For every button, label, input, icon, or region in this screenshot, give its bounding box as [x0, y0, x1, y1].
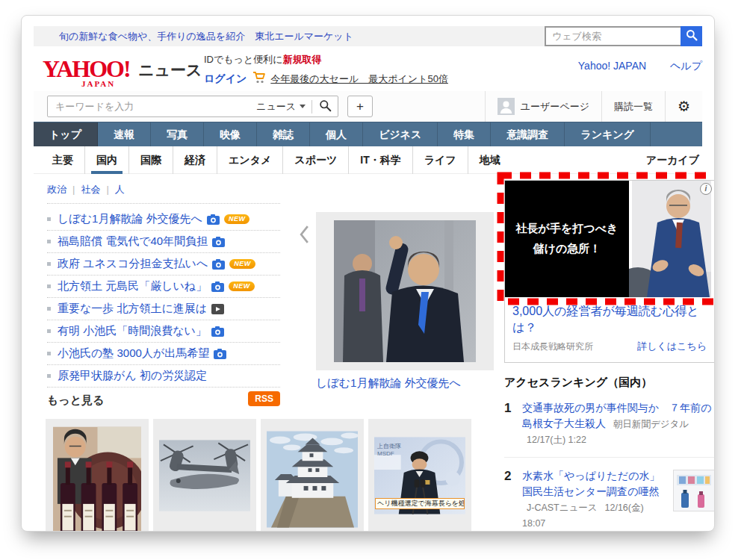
ad-headline[interactable]: 3,000人の経営者が毎週読む心得とは？	[512, 303, 707, 335]
category-people[interactable]: 人	[115, 184, 125, 195]
main-photo[interactable]	[316, 212, 494, 370]
subnav-major[interactable]: 主要	[41, 146, 84, 174]
subnav-entertainment[interactable]: エンタメ	[217, 146, 282, 174]
access-ranking-title: アクセスランキング（国内）	[504, 376, 715, 390]
rank-number: 1	[504, 401, 511, 416]
news-link[interactable]: 小池氏の塾 3000人が出馬希望	[58, 346, 209, 361]
tab-business[interactable]: ビジネス	[363, 122, 438, 146]
browser-page: 旬の新鮮な食べ物や、手作りの逸品を紹介 東北エールマーケット YAHOO! JA…	[21, 15, 715, 532]
tab-survey[interactable]: 意識調査	[491, 122, 565, 146]
subnav-it-science[interactable]: IT・科学	[348, 146, 412, 174]
promo-link[interactable]: 旬の新鮮な食べ物や、手作りの逸品を紹介 東北エールマーケット	[59, 26, 353, 46]
photo-watermark: 上自衛隊 MSDF	[377, 443, 401, 458]
camera-icon	[211, 326, 224, 337]
camera-icon	[207, 214, 220, 225]
bullet-icon	[47, 329, 51, 333]
category-society[interactable]: 社会	[81, 184, 100, 195]
ad-cta-link[interactable]: 詳しくはこちら	[637, 340, 707, 353]
subnav-world[interactable]: 国際	[128, 146, 173, 174]
camera-icon	[212, 259, 225, 270]
web-search-input[interactable]	[545, 26, 681, 46]
news-link[interactable]: 重要な一歩 北方領土に進展は	[58, 302, 207, 316]
video-icon	[211, 304, 224, 314]
info-icon[interactable]: i	[700, 183, 712, 195]
search-icon	[686, 29, 698, 43]
subnav-domestic[interactable]: 国内	[84, 146, 128, 174]
tab-feature[interactable]: 特集	[438, 122, 491, 146]
news-link[interactable]: 原発甲状腺がん 初の労災認定	[58, 369, 207, 383]
ad-creative-photo	[629, 181, 714, 297]
ranking-link[interactable]: 水素水「やっぱりただの水」 国民生活センター調査の唖然	[522, 470, 670, 497]
news-link[interactable]: 北方領土 元島民「厳しいね」	[58, 279, 207, 293]
yahoo-logo-japan: JAPAN	[81, 79, 115, 88]
category-politics[interactable]: 政治	[47, 184, 66, 195]
tab-individual[interactable]: 個人	[310, 122, 363, 146]
web-search-button[interactable]	[681, 26, 702, 46]
settings-button[interactable]: ⚙	[665, 91, 702, 122]
new-badge: NEW	[229, 281, 255, 292]
subnav-region[interactable]: 地域	[468, 146, 512, 174]
news-search-toolbar: ニュース + ユーザーページ 購読一覧 ⚙	[34, 91, 702, 122]
chevron-left-icon[interactable]	[300, 225, 309, 247]
archive-link[interactable]: アーカイブ	[646, 146, 699, 174]
strip-photo-castle[interactable]	[261, 419, 364, 532]
scope-dropdown[interactable]: ニュース	[250, 100, 311, 113]
tab-photo[interactable]: 写真	[151, 122, 204, 146]
subscription-list-button[interactable]: 購読一覧	[601, 91, 665, 122]
ranking-item: 2 水素水「やっぱりただの水」 国民生活センター調査の唖然 J-CASTニュース…	[504, 468, 715, 532]
subscription-list-label: 購読一覧	[614, 100, 653, 113]
sale-link[interactable]: 今年最後の大セール 最大ポイント50倍	[270, 72, 448, 86]
tab-magazine[interactable]: 雑誌	[257, 122, 310, 146]
bullet-icon	[47, 352, 51, 355]
more-row: もっと見る RSS	[47, 389, 280, 411]
login-link[interactable]: ログイン	[204, 72, 247, 86]
user-controls: ユーザーページ 購読一覧 ⚙	[485, 91, 702, 122]
ad-creative[interactable]: 社長が手を打つべき 儲けの急所！ i	[505, 181, 714, 297]
news-link[interactable]: しぼむ1月解散論 外交優先へ	[58, 212, 202, 226]
tab-top[interactable]: トップ	[34, 122, 98, 146]
help-link[interactable]: ヘルプ	[670, 60, 702, 72]
subnav-sports[interactable]: スポーツ	[282, 146, 348, 174]
service-name[interactable]: ニュース	[138, 60, 202, 81]
tab-video[interactable]: 映像	[204, 122, 257, 146]
news-row: 北方領土 元島民「厳しいね」 NEW	[47, 276, 280, 298]
subnav-life[interactable]: ライフ	[412, 146, 468, 174]
bullet-icon	[47, 307, 51, 311]
bullet-icon	[47, 262, 51, 266]
strip-photo-osprey[interactable]	[153, 419, 256, 532]
chevron-down-icon	[300, 105, 306, 108]
ranking-thumbnail[interactable]	[673, 470, 715, 511]
new-badge: NEW	[224, 214, 250, 225]
user-avatar-icon	[498, 98, 515, 115]
news-row: 福島賠償 電気代で40年間負担	[47, 231, 280, 253]
camera-icon	[214, 349, 226, 359]
keyword-search-button[interactable]	[312, 96, 338, 116]
cart-icon	[252, 72, 266, 86]
yahoo-japan-link[interactable]: Yahoo! JAPAN	[578, 60, 646, 72]
strip-photo-msdf[interactable]: 上自衛隊 MSDF ヘリ機種選定で海幕長らを処分	[368, 419, 471, 532]
news-link[interactable]: 有明 小池氏「時間浪費ない」	[58, 324, 207, 338]
main-photo-caption[interactable]: しぼむ1月解散論 外交優先へ	[316, 376, 494, 391]
news-link[interactable]: 福島賠償 電気代で40年間負担	[58, 234, 208, 249]
ad-advertiser: 日本成長戦略研究所	[512, 340, 593, 353]
strip-photo-wine[interactable]	[46, 419, 149, 532]
tab-flash[interactable]: 速報	[98, 122, 151, 146]
tab-ranking[interactable]: ランキング	[565, 122, 651, 146]
ad-module: 社長が手を打つべき 儲けの急所！ i	[504, 180, 715, 363]
bullet-icon	[47, 374, 51, 378]
keyword-input[interactable]	[48, 101, 250, 112]
user-page-button[interactable]: ユーザーページ	[485, 91, 601, 122]
news-row: 重要な一歩 北方領土に進展は	[47, 298, 280, 320]
rss-badge[interactable]: RSS	[248, 391, 280, 406]
divider: |	[106, 184, 108, 195]
bullet-icon	[47, 240, 51, 243]
access-ranking: アクセスランキング（国内） 1 交通事故死の男が事件関与か ７年前の島根女子大生…	[504, 376, 715, 532]
ad-creative-text: 社長が手を打つべき 儲けの急所！	[505, 181, 629, 297]
register-link[interactable]: 新規取得	[283, 54, 322, 65]
news-link[interactable]: 政府 ユネスコ分担金支払いへ	[58, 257, 208, 271]
gear-icon: ⚙	[678, 99, 690, 113]
add-tab-button[interactable]: +	[347, 96, 373, 117]
subnav-economy[interactable]: 経済	[173, 146, 217, 174]
more-link[interactable]: もっと見る	[47, 393, 104, 406]
rank-number: 2	[504, 469, 511, 484]
